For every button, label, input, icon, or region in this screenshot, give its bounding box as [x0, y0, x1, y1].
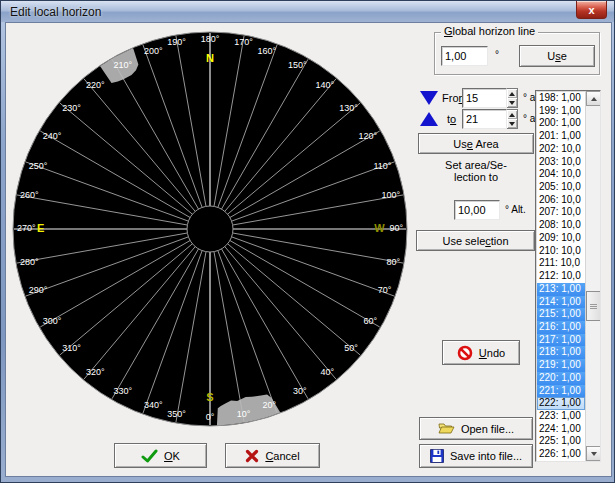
azimuth-label-130: 130°	[339, 103, 358, 113]
list-item[interactable]: 198: 1,00	[537, 92, 585, 105]
list-item[interactable]: 217: 1,00	[537, 334, 585, 347]
prohibition-icon	[457, 345, 473, 361]
list-item[interactable]: 219: 1,00	[537, 359, 585, 372]
azimuth-label-80: 80°	[386, 257, 400, 267]
azimuth-label-350: 350°	[167, 409, 186, 419]
list-item[interactable]: 202: 10,0	[537, 143, 585, 156]
from-az-input[interactable]	[462, 88, 507, 108]
azimuth-label-270: 270°	[17, 223, 36, 233]
list-item[interactable]: 203: 10,0	[537, 156, 585, 169]
azimuth-label-240: 240°	[43, 131, 62, 141]
list-item[interactable]: 221: 1,00	[537, 385, 585, 398]
close-icon: x	[588, 4, 594, 16]
azimuth-label-230: 230°	[62, 103, 81, 113]
list-item[interactable]: 220: 1,00	[537, 372, 585, 385]
azimuth-label-330: 330°	[114, 386, 133, 396]
zenith-hole	[187, 206, 233, 252]
scrollbar-thumb[interactable]	[586, 291, 601, 321]
azimuth-label-30: 30°	[293, 386, 307, 396]
list-item[interactable]: 215: 1,00	[537, 308, 585, 321]
up-triangle-icon[interactable]	[420, 112, 438, 126]
azimuth-label-100: 100°	[381, 190, 400, 200]
compass-E: E	[37, 222, 44, 234]
list-item[interactable]: 213: 1,00	[537, 283, 585, 296]
undo-button[interactable]: Undo	[442, 340, 520, 365]
green-check-icon	[141, 449, 158, 463]
dialog-body: 0°10°20°30°40°50°60°70°80°90°100°110°120…	[5, 22, 612, 477]
use-button[interactable]: Use	[519, 45, 595, 67]
horizon-values-listbox[interactable]: 198: 1,00199: 1,00200: 1,00201: 1,00202:…	[535, 90, 601, 462]
list-item[interactable]: 207: 10,0	[537, 206, 585, 219]
list-item[interactable]: 224: 1,00	[537, 423, 585, 436]
from-spin-down-icon[interactable]	[507, 98, 517, 107]
global-horizon-input[interactable]	[441, 46, 488, 66]
ok-button[interactable]: OK	[114, 443, 207, 468]
list-item[interactable]: 201: 1,00	[537, 130, 585, 143]
list-item[interactable]: 204: 10,0	[537, 168, 585, 181]
list-item[interactable]: 216: 1,00	[537, 321, 585, 334]
list-item[interactable]: 199: 1,00	[537, 105, 585, 118]
list-item[interactable]: 214: 1,00	[537, 296, 585, 309]
azimuth-label-210: 210°	[114, 60, 133, 70]
scroll-down-icon[interactable]	[586, 446, 601, 461]
compass-S: S	[206, 391, 213, 403]
azimuth-label-10: 10°	[237, 409, 251, 419]
list-scrollbar[interactable]	[585, 91, 600, 461]
azimuth-label-260: 260°	[20, 190, 39, 200]
azimuth-label-180: 180°	[201, 34, 220, 44]
horizon-chart-panel[interactable]: 0°10°20°30°40°50°60°70°80°90°100°110°120…	[10, 27, 416, 433]
azimuth-label-170: 170°	[234, 37, 253, 47]
azimuth-label-190: 190°	[167, 37, 186, 47]
azimuth-label-0: 0°	[206, 412, 215, 422]
azimuth-label-200: 200°	[144, 46, 163, 56]
global-horizon-legend: Global horizon line	[441, 25, 538, 37]
list-item[interactable]: 225: 1,00	[537, 435, 585, 448]
azimuth-label-60: 60°	[364, 316, 378, 326]
list-item[interactable]: 208: 10,0	[537, 219, 585, 232]
list-item[interactable]: 211: 10,0	[537, 257, 585, 270]
close-button[interactable]: x	[576, 1, 607, 19]
compass-N: N	[206, 52, 214, 64]
scroll-up-icon[interactable]	[586, 91, 601, 106]
to-label: to	[447, 113, 456, 125]
azimuth-label-90: 90°	[389, 223, 403, 233]
azimuth-label-40: 40°	[320, 367, 334, 377]
use-selection-button[interactable]: Use selection	[416, 230, 535, 251]
list-item[interactable]: 226: 1,00	[537, 448, 585, 460]
list-item[interactable]: 206: 10,0	[537, 194, 585, 207]
from-az-stepper[interactable]	[462, 88, 518, 108]
to-az-stepper[interactable]	[462, 109, 518, 129]
edit-local-horizon-dialog: Edit local horizon x 0°10°20°30°40°50°60…	[0, 0, 615, 483]
altitude-unit: ° Alt.	[505, 204, 526, 215]
list-item[interactable]: 223: 1,00	[537, 410, 585, 423]
use-area-button[interactable]: Use Area	[418, 133, 534, 154]
down-triangle-icon[interactable]	[420, 91, 438, 105]
title-bar[interactable]: Edit local horizon x	[1, 1, 614, 22]
azimuth-label-310: 310°	[62, 343, 81, 353]
azimuth-label-150: 150°	[288, 60, 307, 70]
horizon-polar-chart[interactable]: 0°10°20°30°40°50°60°70°80°90°100°110°120…	[10, 27, 416, 433]
window-title: Edit local horizon	[10, 5, 101, 19]
to-spin-up-icon[interactable]	[507, 110, 517, 119]
open-file-button[interactable]: Open file...	[419, 417, 533, 440]
list-item[interactable]: 209: 10,0	[537, 232, 585, 245]
azimuth-label-290: 290°	[29, 285, 48, 295]
list-item[interactable]: 218: 1,00	[537, 346, 585, 359]
list-item[interactable]: 210: 10,0	[537, 245, 585, 258]
to-spin-down-icon[interactable]	[507, 119, 517, 128]
red-x-icon	[245, 449, 259, 463]
altitude-input[interactable]	[454, 200, 500, 220]
list-item[interactable]: 200: 1,00	[537, 117, 585, 130]
azimuth-label-340: 340°	[144, 400, 163, 410]
floppy-disk-icon	[430, 449, 444, 463]
azimuth-label-50: 50°	[344, 343, 358, 353]
to-az-input[interactable]	[462, 109, 507, 129]
list-item[interactable]: 222: 1,00	[537, 397, 585, 410]
cancel-button[interactable]: Cancel	[225, 443, 320, 468]
from-spin-up-icon[interactable]	[507, 89, 517, 98]
list-item[interactable]: 205: 10,0	[537, 181, 585, 194]
list-item[interactable]: 212: 10,0	[537, 270, 585, 283]
save-file-button[interactable]: Save into file...	[419, 444, 533, 468]
azimuth-label-20: 20°	[262, 400, 276, 410]
azimuth-label-280: 280°	[20, 257, 39, 267]
